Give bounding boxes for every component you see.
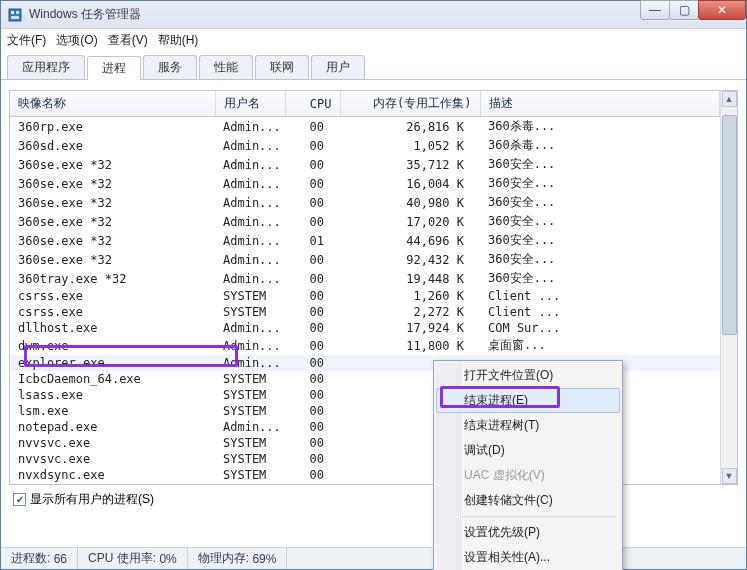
table-row[interactable]: 360se.exe *32Admin...0092,432 K360安全... (10, 250, 720, 269)
close-button[interactable]: ✕ (698, 0, 746, 20)
maximize-button[interactable]: ▢ (669, 0, 699, 20)
cell-cpu: 00 (285, 387, 340, 403)
cell-name: 360se.exe *32 (10, 231, 215, 250)
cell-user: SYSTEM (215, 467, 285, 483)
cell-desc: Client ... (480, 288, 720, 304)
cell-user: SYSTEM (215, 304, 285, 320)
table-row[interactable]: dllhost.exeAdmin...0017,924 KCOM Sur... (10, 320, 720, 336)
vertical-scrollbar[interactable]: ▲ ▼ (720, 91, 737, 484)
table-row[interactable]: csrss.exeSYSTEM001,260 KClient ... (10, 288, 720, 304)
cell-name: dllhost.exe (10, 320, 215, 336)
tab-processes[interactable]: 进程 (87, 56, 141, 80)
col-header-mem[interactable]: 内存(专用工作集) (340, 91, 480, 117)
context-menu-item[interactable]: 调试(D) (436, 438, 620, 463)
context-menu-item[interactable]: 结束进程树(T) (436, 413, 620, 438)
cell-name: IcbcDaemon_64.exe (10, 371, 215, 387)
minimize-button[interactable]: — (640, 0, 670, 20)
cell-cpu: 00 (285, 355, 340, 371)
status-procs-value: 66 (54, 552, 67, 566)
table-row[interactable]: 360se.exe *32Admin...0040,980 K360安全... (10, 193, 720, 212)
cell-user: SYSTEM (215, 403, 285, 419)
process-list-frame: 映像名称 用户名 CPU 内存(专用工作集) 描述 360rp.exeAdmin… (9, 90, 738, 485)
tab-services[interactable]: 服务 (143, 55, 197, 79)
col-header-desc[interactable]: 描述 (480, 91, 720, 117)
svg-rect-0 (9, 9, 21, 21)
menu-view[interactable]: 查看(V) (108, 32, 148, 49)
scroll-down-button[interactable]: ▼ (722, 468, 737, 484)
col-header-cpu[interactable]: CPU (285, 91, 340, 117)
cell-name: nvvsvc.exe (10, 435, 215, 451)
scroll-up-button[interactable]: ▲ (722, 91, 737, 107)
context-menu-item[interactable]: 打开文件位置(O) (436, 363, 620, 388)
show-all-users-checkbox[interactable]: ✔ (13, 493, 26, 506)
cell-user: Admin... (215, 231, 285, 250)
cell-name: lsm.exe (10, 403, 215, 419)
cell-cpu: 00 (285, 467, 340, 483)
cell-desc: 360杀毒... (480, 136, 720, 155)
cell-name: 360rp.exe (10, 117, 215, 137)
below-list-bar: ✔ 显示所有用户的进程(S) (9, 485, 738, 514)
tab-performance[interactable]: 性能 (199, 55, 253, 79)
cell-desc: 桌面窗... (480, 336, 720, 355)
cell-user: SYSTEM (215, 371, 285, 387)
menu-options[interactable]: 选项(O) (56, 32, 97, 49)
menu-file[interactable]: 文件(F) (7, 32, 46, 49)
cell-mem: 19,448 K (340, 269, 480, 288)
table-row[interactable]: 360se.exe *32Admin...0144,696 K360安全... (10, 231, 720, 250)
cell-name: dwm.exe (10, 336, 215, 355)
context-menu[interactable]: 打开文件位置(O)结束进程(E)结束进程树(T)调试(D)UAC 虚拟化(V)创… (433, 360, 623, 570)
tab-applications[interactable]: 应用程序 (7, 55, 85, 79)
cell-cpu: 00 (285, 435, 340, 451)
cell-user: Admin... (215, 174, 285, 193)
cell-name: lsass.exe (10, 387, 215, 403)
scroll-track[interactable] (722, 107, 737, 468)
cell-cpu: 00 (285, 419, 340, 435)
col-header-name[interactable]: 映像名称 (10, 91, 215, 117)
tab-networking[interactable]: 联网 (255, 55, 309, 79)
cell-cpu: 00 (285, 403, 340, 419)
context-menu-item[interactable]: 结束进程(E) (436, 388, 620, 413)
show-all-users-label[interactable]: 显示所有用户的进程(S) (30, 491, 154, 508)
tab-users[interactable]: 用户 (311, 55, 365, 79)
status-cpu: CPU 使用率: 0% (78, 548, 188, 569)
cell-cpu: 00 (285, 174, 340, 193)
titlebar[interactable]: Windows 任务管理器 — ▢ ✕ (1, 1, 746, 29)
app-icon (7, 7, 23, 23)
cell-name: 360se.exe *32 (10, 212, 215, 231)
menu-help[interactable]: 帮助(H) (158, 32, 199, 49)
table-row[interactable]: 360se.exe *32Admin...0017,020 K360安全... (10, 212, 720, 231)
cell-mem: 92,432 K (340, 250, 480, 269)
context-menu-item[interactable]: 设置相关性(A)... (436, 545, 620, 570)
cell-cpu: 00 (285, 250, 340, 269)
context-menu-item[interactable]: 创建转储文件(C) (436, 488, 620, 513)
cell-desc: 360安全... (480, 269, 720, 288)
svg-rect-3 (11, 16, 19, 19)
table-row[interactable]: csrss.exeSYSTEM002,272 KClient ... (10, 304, 720, 320)
table-row[interactable]: 360se.exe *32Admin...0035,712 K360安全... (10, 155, 720, 174)
table-row[interactable]: 360se.exe *32Admin...0016,004 K360安全... (10, 174, 720, 193)
status-process-count: 进程数: 66 (1, 548, 78, 569)
table-row[interactable]: 360tray.exe *32Admin...0019,448 K360安全..… (10, 269, 720, 288)
context-menu-item: UAC 虚拟化(V) (436, 463, 620, 488)
cell-user: Admin... (215, 117, 285, 137)
cell-user: Admin... (215, 250, 285, 269)
cell-cpu: 00 (285, 304, 340, 320)
task-manager-window: Windows 任务管理器 — ▢ ✕ 文件(F) 选项(O) 查看(V) 帮助… (0, 0, 747, 570)
cell-desc: 360安全... (480, 250, 720, 269)
table-row[interactable]: 360rp.exeAdmin...0026,816 K360杀毒... (10, 117, 720, 137)
col-header-user[interactable]: 用户名 (215, 91, 285, 117)
cell-cpu: 00 (285, 212, 340, 231)
main-area: 映像名称 用户名 CPU 内存(专用工作集) 描述 360rp.exeAdmin… (1, 80, 746, 547)
context-menu-item[interactable]: 设置优先级(P) (436, 520, 620, 545)
cell-cpu: 00 (285, 136, 340, 155)
cell-user: Admin... (215, 419, 285, 435)
cell-cpu: 00 (285, 451, 340, 467)
cell-cpu: 00 (285, 320, 340, 336)
cell-user: SYSTEM (215, 288, 285, 304)
scroll-thumb[interactable] (722, 115, 737, 335)
cell-user: Admin... (215, 336, 285, 355)
cell-desc: Client ... (480, 304, 720, 320)
cell-name: 360se.exe *32 (10, 250, 215, 269)
table-row[interactable]: 360sd.exeAdmin...001,052 K360杀毒... (10, 136, 720, 155)
table-row[interactable]: dwm.exeAdmin...0011,800 K桌面窗... (10, 336, 720, 355)
